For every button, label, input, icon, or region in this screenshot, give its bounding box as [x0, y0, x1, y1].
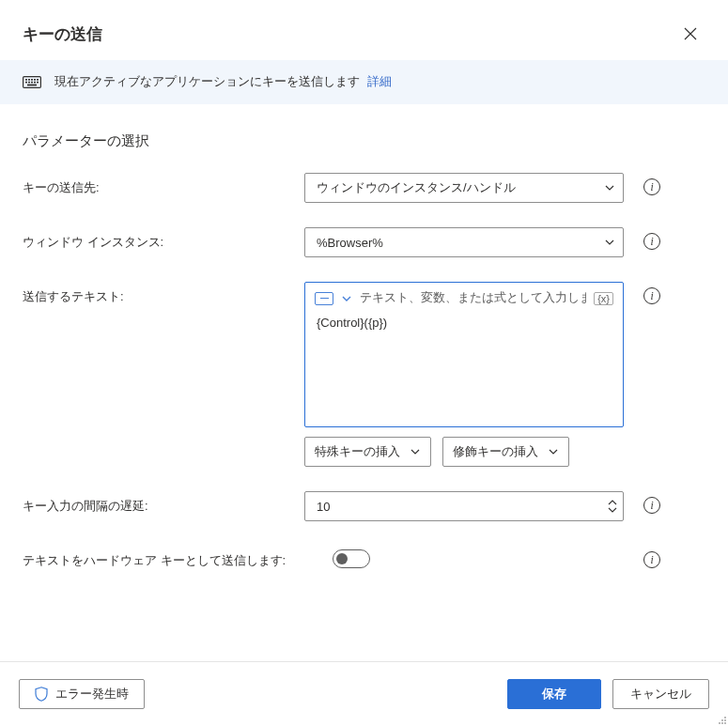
row-delay: キー入力の間隔の遅延: 10 i: [23, 491, 705, 521]
svg-point-14: [724, 719, 726, 721]
text-field-placeholder: テキスト、変数、または式として入力しま: [360, 290, 586, 306]
chevron-down-icon[interactable]: [341, 293, 352, 304]
chevron-up-icon: [608, 500, 617, 505]
send-to-select[interactable]: ウィンドウのインスタンス/ハンドル: [304, 173, 624, 203]
text-to-send-input[interactable]: {Control}({p}): [305, 312, 623, 426]
svg-point-13: [721, 719, 723, 721]
text-field-toolbar: テキスト、変数、または式として入力しま {x}: [305, 283, 623, 312]
info-banner: 現在アクティブなアプリケーションにキーを送信します 詳細: [0, 60, 728, 104]
row-hardware-toggle: テキストをハードウェア キーとして送信します: i: [23, 546, 705, 570]
delay-value: 10: [317, 500, 330, 514]
hardware-label: テキストをハードウェア キーとして送信します:: [23, 546, 333, 570]
svg-point-12: [724, 717, 726, 718]
variable-picker-button[interactable]: {x}: [594, 292, 613, 305]
info-icon[interactable]: i: [643, 178, 660, 195]
svg-rect-5: [37, 79, 39, 81]
chevron-down-icon: [608, 507, 617, 513]
insert-modifier-key-button[interactable]: 修飾キーの挿入: [442, 437, 569, 467]
svg-rect-10: [37, 81, 39, 83]
svg-point-17: [724, 722, 726, 724]
row-window-instance: ウィンドウ インスタンス: %Browser% i: [23, 227, 705, 257]
dialog-title: キーの送信: [23, 23, 102, 45]
spinner-buttons[interactable]: [608, 500, 617, 513]
save-button[interactable]: 保存: [507, 679, 601, 709]
resize-handle[interactable]: [715, 713, 728, 726]
details-link[interactable]: 詳細: [367, 74, 392, 88]
window-instance-label: ウィンドウ インスタンス:: [23, 227, 304, 252]
svg-rect-4: [34, 79, 36, 81]
on-error-button[interactable]: エラー発生時: [19, 679, 145, 709]
svg-rect-3: [31, 79, 33, 81]
text-to-send-field[interactable]: テキスト、変数、または式として入力しま {x} {Control}({p}): [304, 282, 624, 427]
insert-buttons: 特殊キーの挿入 修飾キーの挿入: [304, 437, 624, 467]
delay-input[interactable]: 10: [304, 491, 624, 521]
row-text-to-send: 送信するテキスト: テキスト、変数、または式として入力しま {x} {Contr…: [23, 282, 705, 467]
chevron-down-icon: [410, 446, 421, 457]
dialog-header: キーの送信: [0, 0, 728, 60]
svg-rect-2: [28, 79, 30, 81]
send-to-value: ウィンドウのインスタンス/ハンドル: [317, 179, 516, 196]
send-keys-dialog: キーの送信 現在アクティブなアプリケーションにキーを送信します 詳細 パラメータ…: [0, 0, 728, 726]
window-instance-select[interactable]: %Browser%: [304, 227, 624, 257]
window-instance-value: %Browser%: [317, 236, 383, 250]
dialog-footer: エラー発生時 保存 キャンセル: [0, 661, 728, 726]
shield-icon: [35, 687, 48, 702]
dialog-body: パラメーターの選択 キーの送信先: ウィンドウのインスタンス/ハンドル i ウィ…: [0, 104, 728, 661]
close-icon: [684, 27, 697, 40]
delay-label: キー入力の間隔の遅延:: [23, 491, 304, 516]
row-send-to: キーの送信先: ウィンドウのインスタンス/ハンドル i: [23, 173, 705, 203]
insert-special-key-button[interactable]: 特殊キーの挿入: [304, 437, 431, 467]
close-button[interactable]: [675, 19, 705, 49]
hardware-toggle[interactable]: [333, 549, 370, 568]
text-mode-icon[interactable]: [315, 292, 333, 305]
cancel-button[interactable]: キャンセル: [612, 679, 709, 709]
section-title: パラメーターの選択: [23, 132, 705, 150]
svg-rect-9: [34, 81, 36, 83]
svg-rect-8: [31, 81, 33, 83]
chevron-down-icon: [548, 446, 559, 457]
svg-point-16: [721, 722, 723, 724]
svg-rect-1: [25, 79, 27, 81]
svg-rect-6: [25, 81, 27, 83]
info-icon[interactable]: i: [643, 233, 660, 250]
text-to-send-label: 送信するテキスト:: [23, 282, 304, 306]
svg-rect-11: [27, 84, 37, 85]
keyboard-icon: [23, 76, 41, 88]
banner-text: 現在アクティブなアプリケーションにキーを送信します 詳細: [54, 73, 392, 90]
toggle-knob: [336, 553, 348, 564]
info-icon[interactable]: i: [643, 497, 660, 514]
svg-point-15: [719, 722, 720, 724]
chevron-down-icon: [604, 182, 615, 193]
svg-rect-7: [28, 81, 30, 83]
info-icon[interactable]: i: [643, 287, 660, 304]
chevron-down-icon: [604, 237, 615, 248]
send-to-label: キーの送信先:: [23, 173, 304, 197]
info-icon[interactable]: i: [643, 551, 660, 568]
